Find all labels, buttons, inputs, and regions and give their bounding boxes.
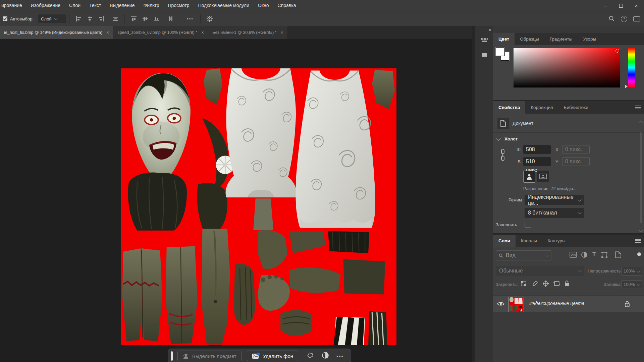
canvas-viewport[interactable] xyxy=(0,39,472,362)
menu-item-layers[interactable]: Слои xyxy=(65,0,85,11)
help-icon[interactable]: ? xyxy=(621,16,627,22)
document-tab[interactable]: Без имени-1 @ 30,6% (RGB/8#) * × xyxy=(208,26,287,39)
close-button[interactable]: × xyxy=(629,0,644,11)
close-tab-icon[interactable]: × xyxy=(106,30,109,35)
tab-gradients[interactable]: Градиенты xyxy=(544,33,578,45)
tab-swatches[interactable]: Образцы xyxy=(515,33,544,45)
align-left-icon[interactable] xyxy=(75,15,82,22)
document-tab[interactable]: speed_zombie_uv.bmp @ 100% (RGB/8) * × xyxy=(113,26,208,39)
color-themes-icon[interactable] xyxy=(479,35,490,46)
opacity-value[interactable]: 100% xyxy=(621,267,637,276)
orientation-portrait-button[interactable] xyxy=(523,171,535,183)
properties-scrollbar[interactable] xyxy=(639,127,643,229)
color-saturation-field[interactable] xyxy=(514,48,620,87)
tab-adjustments[interactable]: Коррекция xyxy=(525,101,558,114)
distribute-horizontal-icon[interactable] xyxy=(112,15,119,22)
menu-item-select[interactable]: Выделение xyxy=(105,0,139,11)
lock-paint-icon[interactable] xyxy=(532,281,538,288)
autoselect-checkbox[interactable] xyxy=(3,16,7,21)
tab-color[interactable]: Цвет xyxy=(493,33,515,45)
layer-visibility-eye-icon[interactable] xyxy=(497,301,504,308)
menu-item-filter[interactable]: Фильтр xyxy=(139,0,163,11)
select-subject-button[interactable]: Выделить предмет xyxy=(177,351,241,361)
width-input[interactable]: 508 пикс. xyxy=(523,145,551,154)
collapse-panels-icon[interactable]: « xyxy=(489,27,490,32)
y-input[interactable]: 0 пикс. xyxy=(562,157,590,166)
tab-channels[interactable]: Каналы xyxy=(516,235,542,247)
tab-layers[interactable]: Слои xyxy=(493,235,516,247)
filter-type-layers-icon[interactable]: T xyxy=(592,251,596,258)
comment-bubble-icon[interactable] xyxy=(479,50,490,61)
filter-smart-objects-icon[interactable] xyxy=(615,251,621,259)
filter-pixel-layers-icon[interactable] xyxy=(570,252,577,259)
menu-item-type[interactable]: Текст xyxy=(85,0,105,11)
fill-opacity-chevron[interactable] xyxy=(635,280,642,289)
menu-item-plugins[interactable]: Подключаемые модули xyxy=(194,0,254,11)
layer-thumbnail[interactable] xyxy=(508,297,524,312)
align-right-icon[interactable] xyxy=(98,15,105,22)
orientation-landscape-button[interactable] xyxy=(537,171,549,182)
lock-all-icon[interactable] xyxy=(564,280,570,288)
tab-patterns[interactable]: Узоры xyxy=(578,33,602,45)
menu-item-help[interactable]: Справка xyxy=(273,0,301,11)
height-input[interactable]: 510 пикс. xyxy=(523,157,551,166)
hue-slider[interactable] xyxy=(628,48,635,87)
torso-part xyxy=(201,229,230,345)
close-tab-icon[interactable]: × xyxy=(201,30,204,35)
menu-item-editing[interactable]: ирование xyxy=(0,0,26,11)
panel-drag-strip[interactable] xyxy=(493,26,644,33)
adjustments-half-circle-icon[interactable] xyxy=(322,352,329,360)
document-tab-active[interactable]: ie_host_fix.bmp @ 149% (Индексированные … xyxy=(0,26,113,39)
filter-adjustment-layers-icon[interactable] xyxy=(581,251,588,259)
hue-slider-arrow-icon[interactable] xyxy=(625,85,628,88)
search-icon[interactable] xyxy=(608,15,615,23)
scroll-up-icon[interactable] xyxy=(639,120,643,124)
blend-mode-dropdown[interactable]: Обычные xyxy=(496,266,584,276)
taskbar-more-icon[interactable]: ••• xyxy=(336,353,344,359)
x-input[interactable]: 0 пикс. xyxy=(562,145,590,154)
align-middle-icon[interactable] xyxy=(142,15,149,22)
lock-transparency-icon[interactable] xyxy=(521,281,527,288)
filter-toggle-pin[interactable] xyxy=(637,252,641,256)
panel-menu-icon[interactable] xyxy=(635,239,641,243)
tab-libraries[interactable]: Библиотеки xyxy=(558,101,594,114)
autoselect-target-dropdown[interactable]: Слой xyxy=(38,14,66,23)
layer-row[interactable]: Индексированные цвета xyxy=(493,295,644,313)
section-collapse-icon[interactable] xyxy=(496,136,501,141)
more-options-icon[interactable]: ••• xyxy=(187,16,194,21)
align-bottom-icon[interactable] xyxy=(153,15,160,22)
fill-opacity-value[interactable]: 100% xyxy=(621,280,637,289)
taskbar-drag-handle[interactable] xyxy=(171,351,173,361)
lock-artboard-icon[interactable] xyxy=(553,281,560,288)
restore-button[interactable] xyxy=(613,0,629,11)
menu-item-image[interactable]: Изображение xyxy=(26,0,65,11)
align-center-horizontal-icon[interactable] xyxy=(86,15,94,22)
close-tab-icon[interactable]: × xyxy=(280,30,283,35)
polygonal-lasso-icon[interactable] xyxy=(306,352,314,360)
scrollbar-thumb[interactable] xyxy=(640,132,642,223)
tab-paths[interactable]: Контуры xyxy=(542,235,571,247)
foreground-background-swatches[interactable] xyxy=(496,47,511,62)
minimize-button[interactable]: – xyxy=(598,0,613,11)
align-top-icon[interactable] xyxy=(130,15,138,22)
tab-properties[interactable]: Свойства xyxy=(493,101,525,114)
menu-item-view[interactable]: Просмотр xyxy=(164,0,194,11)
opacity-chevron[interactable] xyxy=(635,267,642,276)
filter-shape-layers-icon[interactable] xyxy=(601,251,608,259)
color-mode-dropdown[interactable]: Индексированные цв... xyxy=(525,195,584,205)
bit-depth-dropdown[interactable]: 8 бит/канал xyxy=(525,208,584,218)
menu-item-window[interactable]: Окно xyxy=(254,0,273,11)
color-picker-marker[interactable] xyxy=(615,49,619,53)
distribute-vertical-icon[interactable] xyxy=(167,15,174,22)
foreground-color-swatch[interactable] xyxy=(496,47,504,56)
link-dimensions-icon[interactable] xyxy=(500,148,505,163)
layer-filter-dropdown[interactable]: Вид xyxy=(496,250,551,260)
layer-name[interactable]: Индексированные цвета xyxy=(529,301,584,306)
workspace-settings-gear-icon[interactable] xyxy=(206,15,213,22)
fill-checkbox[interactable] xyxy=(525,221,531,228)
lock-position-icon[interactable] xyxy=(543,281,549,288)
panel-menu-icon[interactable] xyxy=(635,106,641,109)
panel-layout-icon[interactable] xyxy=(633,16,640,21)
scroll-down-icon[interactable] xyxy=(639,229,643,232)
remove-background-button[interactable]: Удалить фон xyxy=(247,351,298,361)
